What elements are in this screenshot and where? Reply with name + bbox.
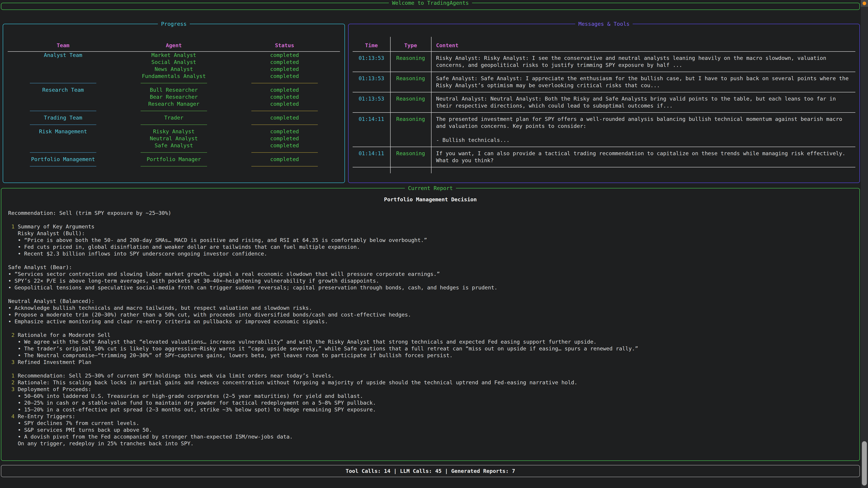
progress-separator-cell [229, 111, 340, 111]
message-type-cell: Reasoning [390, 75, 431, 89]
list-number: 1 [11, 372, 14, 379]
report-panel-title: Current Report [405, 185, 456, 192]
message-time-cell: 01:14:11 [352, 150, 390, 164]
progress-row: Risk ManagementRisky Analystcompleted [8, 128, 340, 135]
message-type-cell: Reasoning [390, 150, 431, 164]
progress-team-cell: Trading Team [8, 114, 119, 121]
scrollbar-thumb[interactable] [862, 441, 867, 486]
report-line: • Fed cuts priced in, global disinflatio… [8, 243, 852, 250]
message-row: 01:13:53ReasoningSafe Analyst: Safe Anal… [352, 72, 855, 92]
progress-separator-cell [8, 111, 119, 111]
report-line: • We agree with the Safe Analyst that “e… [8, 338, 852, 345]
messages-column-divider [431, 37, 432, 173]
report-line: On any trigger, redeploy in 25% tranches… [8, 440, 852, 447]
progress-col-status: Status [229, 42, 340, 48]
progress-separator-cell [229, 83, 340, 84]
progress-row: Trading TeamTradercompleted [8, 114, 340, 121]
report-line: 1 Summary of Key Arguments [8, 223, 852, 230]
progress-team-cell [8, 94, 119, 101]
report-line: • Propose a moderate trim (20–30%) rathe… [8, 311, 852, 318]
message-type-cell: Reasoning [390, 55, 431, 69]
scrollbar[interactable] [861, 0, 868, 488]
messages-column-divider [390, 37, 391, 173]
message-type-cell: Reasoning [390, 116, 431, 144]
message-row: 01:14:11ReasoningThe presented investmen… [352, 113, 855, 147]
report-line: Neutral Analyst (Balanced): [8, 298, 852, 304]
progress-agent-cell: Research Manager [119, 101, 229, 107]
progress-row: Safe Analystcompleted [8, 142, 340, 149]
progress-status-cell: completed [229, 128, 340, 135]
progress-separator-cell [8, 166, 119, 166]
report-line: • S&P services PMI turns back up above 5… [8, 427, 852, 433]
progress-row: Fundamentals Analystcompleted [8, 73, 340, 80]
report-line: • The Neutral compromise—“trimming 20–30… [8, 352, 852, 359]
progress-row: Portfolio ManagementPortfolio Managercom… [8, 156, 340, 163]
progress-team-cell [8, 59, 119, 66]
progress-status-cell: completed [229, 87, 340, 94]
progress-team-cell [8, 66, 119, 73]
messages-table-tail [352, 167, 855, 173]
progress-group-separator [8, 125, 340, 125]
status-bar: Tool Calls: 14 | LLM Calls: 45 | Generat… [1, 465, 860, 477]
message-type-cell: Reasoning [390, 95, 431, 109]
progress-agent-cell: Market Analyst [119, 52, 229, 59]
progress-separator-cell [119, 111, 229, 111]
report-line: 1 Recommendation: Sell 25–30% of current… [8, 372, 852, 379]
report-line [8, 257, 852, 264]
message-row: 01:14:11ReasoningIf you want, I can also… [352, 147, 855, 167]
progress-separator-cell [8, 83, 119, 84]
report-line: Recommendation: Sell (trim SPY exposure … [8, 210, 852, 217]
progress-separator-cell [229, 125, 340, 125]
progress-group-separator [8, 111, 340, 111]
progress-status-cell: completed [229, 114, 340, 121]
progress-separator-cell [119, 125, 229, 125]
report-line: • Geopolitical tensions and speculative … [8, 284, 852, 291]
progress-status-cell: completed [229, 52, 340, 59]
progress-agent-cell: Risky Analyst [119, 128, 229, 135]
progress-agent-cell: Social Analyst [119, 59, 229, 66]
progress-row: Neutral Analystcompleted [8, 135, 340, 142]
progress-row: News Analystcompleted [8, 66, 340, 73]
progress-team-cell: Analyst Team [8, 52, 119, 59]
terminal-screen: Welcome to TradingAgents Progress Team A… [1, 1, 860, 477]
report-line: • 20–25% in cash or a stable-value fund … [8, 399, 852, 406]
messages-col-content: Content [431, 42, 855, 48]
list-number: 2 [11, 332, 14, 338]
message-row: 01:13:53ReasoningRisky Analyst: Risky An… [352, 52, 855, 72]
message-time-cell: 01:13:53 [352, 95, 390, 109]
list-number: 4 [11, 413, 14, 420]
report-line: 3 Deployment of Proceeds: [8, 386, 852, 393]
message-content-cell: Risky Analyst: Risky Analyst: I see the … [431, 55, 855, 69]
report-line: • Acknowledge bullish technicals and mac… [8, 304, 852, 311]
progress-separator-cell [119, 166, 229, 166]
report-line: • Emphasize active monitoring and clear … [8, 318, 852, 325]
scroll-top-button[interactable] [861, 0, 868, 7]
progress-separator-cell [119, 83, 229, 84]
progress-row: Research TeamBull Researchercompleted [8, 87, 340, 94]
report-line: 2 Rationale for a Moderate Sell [8, 332, 852, 338]
report-line [8, 325, 852, 332]
top-panels-row: Progress Team Agent Status Analyst TeamM… [1, 24, 860, 183]
progress-row: Research Managercompleted [8, 101, 340, 107]
progress-agent-cell: News Analyst [119, 66, 229, 73]
progress-row: Social Analystcompleted [8, 59, 340, 66]
progress-separator-cell [119, 152, 229, 153]
progress-row: Bear Researchercompleted [8, 94, 340, 101]
progress-group-separator [8, 166, 340, 166]
progress-group-separator [8, 152, 340, 153]
progress-agent-cell: Fundamentals Analyst [119, 73, 229, 80]
report-line: 3 Refined Investment Plan [8, 359, 852, 365]
report-line: 2 Rationale: This scaling back locks in … [8, 379, 852, 386]
messages-panel-title: Messages & Tools [575, 20, 633, 28]
list-number: 3 [11, 359, 14, 365]
progress-col-agent: Agent [119, 42, 229, 48]
progress-team-cell: Research Team [8, 87, 119, 94]
message-content-cell: The presented investment plan for SPY of… [431, 116, 855, 144]
list-number: 1 [11, 223, 14, 230]
report-line [8, 365, 852, 372]
report-line [8, 217, 852, 223]
progress-table-body: Analyst TeamMarket AnalystcompletedSocia… [8, 52, 340, 166]
message-time-cell: 01:14:11 [352, 116, 390, 144]
report-line [8, 291, 852, 298]
welcome-title: Welcome to TradingAgents [389, 0, 472, 6]
